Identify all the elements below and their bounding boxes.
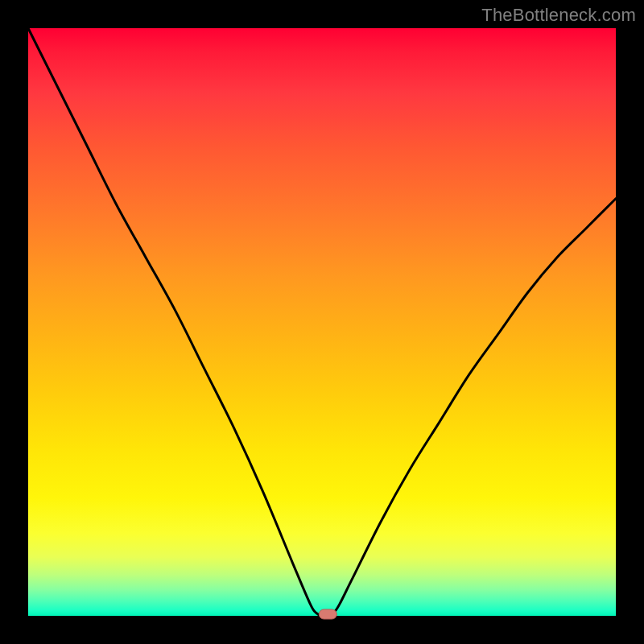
chart-frame: TheBottleneck.com [0, 0, 644, 644]
attribution-label: TheBottleneck.com [481, 5, 636, 26]
minimum-marker [319, 609, 336, 619]
bottleneck-curve [28, 28, 616, 616]
plot-area [28, 28, 616, 616]
curve-line [28, 28, 616, 616]
